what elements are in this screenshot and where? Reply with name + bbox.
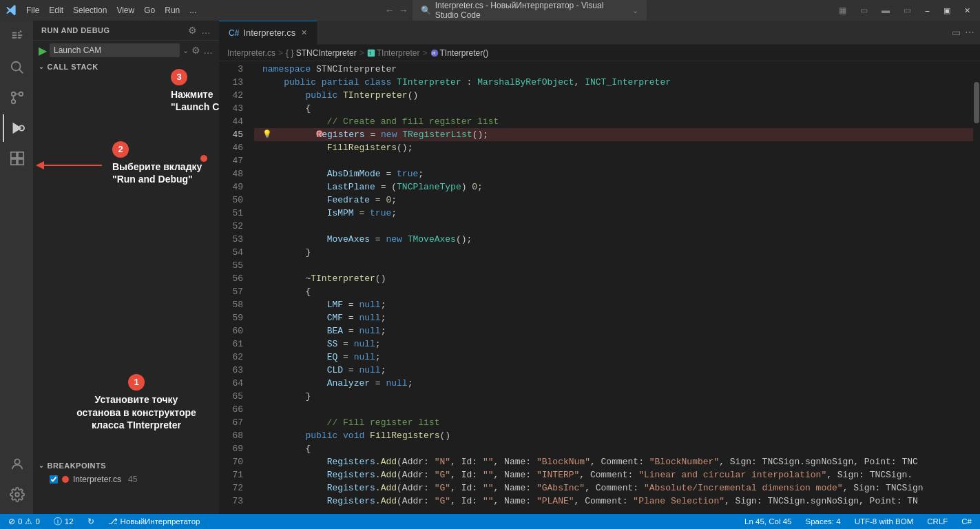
code-editor[interactable]: 3 13 42 43 44 45 46 47 48 49 50 51 52 53…: [219, 61, 980, 514]
editor-tab-interpreter[interactable]: C# Interpreter.cs ✕: [219, 21, 317, 45]
breadcrumb-namespace[interactable]: { } STNCInterpreter: [286, 48, 357, 58]
tab-close-button[interactable]: ✕: [301, 28, 307, 37]
annotation-badge-1: 1: [128, 374, 145, 391]
code-line-44: // Create and fill register list: [254, 115, 973, 128]
menu-edit[interactable]: Edit: [49, 6, 63, 15]
settings-gear-icon[interactable]: ⚙: [188, 25, 197, 36]
annotation-badge-2: 2: [112, 141, 129, 158]
code-line-48: AbsDimMode = true;: [254, 167, 973, 180]
activity-accounts[interactable]: [3, 450, 30, 478]
ln-66: 66: [219, 403, 243, 416]
breadcrumb-method[interactable]: MTInterpreter(): [430, 48, 489, 58]
nav-forward-button[interactable]: →: [399, 5, 408, 16]
ln-62: 62: [219, 351, 243, 364]
vertical-scrollbar[interactable]: [973, 61, 980, 514]
status-line-ending[interactable]: CRLF: [924, 517, 950, 526]
annotation-text-2: Выберите вкладку "Run and Debug": [112, 160, 222, 185]
nav-back-button[interactable]: ←: [385, 5, 395, 16]
run-debug-header: RUN AND DEBUG ⚙ …: [33, 21, 219, 41]
menu-go[interactable]: Go: [144, 6, 155, 15]
status-sync-icon[interactable]: ↻: [85, 517, 97, 526]
menu-bar: File Edit Selection View Go Run ...: [26, 6, 196, 15]
code-line-62: EQ = null;: [254, 351, 973, 364]
breadcrumb-class[interactable]: TTInterpreter: [367, 48, 420, 58]
code-line-43: {: [254, 102, 973, 115]
title-search-bar[interactable]: 🔍 Interpreter.cs - НовыйИнтерпретатор - …: [413, 0, 647, 22]
activity-search[interactable]: [3, 54, 30, 81]
status-bar-left: ⊘ 0 ⚠ 0 ⓘ 12 ↻ ⎇ НовыйИнтерпретатор: [6, 517, 203, 527]
status-spaces[interactable]: Spaces: 4: [802, 517, 843, 526]
ln-51: 51: [219, 207, 243, 220]
code-line-59: CMF = null;: [254, 311, 973, 324]
svg-rect-11: [11, 159, 17, 165]
status-language[interactable]: C#: [959, 517, 974, 526]
ln-43: 43: [219, 102, 243, 115]
breadcrumb-sep3: >: [422, 48, 427, 58]
launch-config-name: Launch CAM: [54, 45, 101, 55]
code-line-68: public void FillRegisters(): [254, 429, 973, 442]
breadcrumb-file[interactable]: Interpreter.cs: [227, 48, 275, 58]
tab-language-icon: C#: [229, 28, 239, 38]
breakpoints-title: BREAKPOINTS: [48, 461, 107, 470]
close-button[interactable]: ✕: [960, 5, 974, 17]
svg-point-2: [12, 100, 16, 104]
layout4-icon[interactable]: ▭: [899, 4, 915, 17]
tab-bar: C# Interpreter.cs ✕ ▭ ⋯: [219, 21, 980, 45]
lightbulb-icon: 💡: [262, 128, 272, 141]
activity-run-debug[interactable]: [3, 114, 30, 142]
start-debugging-button[interactable]: ▶: [39, 44, 47, 57]
code-line-3: namespace STNCInterpreter: [254, 63, 973, 76]
call-stack-section-header[interactable]: ⌄ CALL STACK: [33, 60, 219, 74]
menu-selection[interactable]: Selection: [73, 6, 107, 15]
menu-run[interactable]: Run: [165, 6, 180, 15]
code-line-61: SS = null;: [254, 338, 973, 351]
more-actions-icon[interactable]: …: [201, 25, 211, 36]
svg-point-13: [14, 459, 19, 464]
status-errors[interactable]: ⊘ 0 ⚠ 0: [6, 517, 43, 526]
spaces-label: Spaces: 4: [805, 517, 840, 526]
activity-source-control[interactable]: [3, 84, 30, 112]
sidebar: RUN AND DEBUG ⚙ … ▶ Launch CAM ⌄ ⚙ … ⌄ C…: [33, 21, 219, 514]
code-line-13: public partial class TInterpreter : Mars…: [254, 76, 973, 89]
status-encoding[interactable]: UTF-8 with BOM: [852, 517, 917, 526]
status-branch[interactable]: ⎇ НовыйИнтерпретатор: [105, 517, 203, 526]
activity-settings[interactable]: [3, 481, 30, 508]
ln-68: 68: [219, 429, 243, 442]
title-search-dropdown[interactable]: ⌄: [632, 6, 638, 15]
annotation-arrows: [33, 21, 219, 514]
status-position[interactable]: Ln 45, Col 45: [742, 517, 794, 526]
launch-config-caret-icon[interactable]: ⌄: [183, 46, 189, 55]
ln-47: 47: [219, 154, 243, 167]
ln-13: 13: [219, 76, 243, 89]
minimize-button[interactable]: ‒: [921, 5, 934, 17]
layout-icon[interactable]: ▦: [835, 4, 851, 17]
maximize-button[interactable]: ▣: [939, 5, 955, 17]
launch-bar: ▶ Launch CAM ⌄ ⚙ …: [33, 41, 219, 60]
cursor-position: Ln 45, Col 45: [744, 517, 791, 526]
activity-extensions[interactable]: [3, 145, 30, 172]
split-editor-icon[interactable]: ▭: [952, 27, 961, 38]
scrollbar-thumb[interactable]: [974, 82, 979, 123]
bp-indicator-45: [251, 115, 261, 154]
code-line-42: public TInterpreter(): [254, 89, 973, 102]
layout3-icon[interactable]: ▬: [877, 4, 894, 17]
code-line-72: Registers.Add(Addr: "G", Id: "", Name: "…: [254, 481, 973, 495]
breakpoints-section-header[interactable]: ⌄ BREAKPOINTS: [33, 459, 219, 473]
breakpoint-checkbox[interactable]: [50, 475, 58, 484]
activity-explorer[interactable]: [3, 23, 30, 51]
svg-rect-12: [18, 159, 23, 165]
status-info[interactable]: ⓘ 12: [51, 517, 76, 527]
menu-more[interactable]: ...: [189, 6, 196, 15]
layout2-icon[interactable]: ▭: [856, 4, 872, 17]
svg-point-0: [12, 62, 21, 71]
code-line-52: [254, 220, 973, 233]
code-line-45: 💡 Registers = new TRegisterList();: [254, 128, 973, 141]
launch-config-select[interactable]: Launch CAM: [50, 43, 180, 57]
more-tabs-icon[interactable]: ⋯: [965, 27, 974, 38]
ln-56: 56: [219, 272, 243, 285]
launch-gear-button[interactable]: ⚙: [191, 45, 200, 56]
launch-more-button[interactable]: …: [203, 45, 213, 56]
ln-73: 73: [219, 495, 243, 508]
menu-view[interactable]: View: [116, 6, 134, 15]
menu-file[interactable]: File: [26, 6, 39, 15]
